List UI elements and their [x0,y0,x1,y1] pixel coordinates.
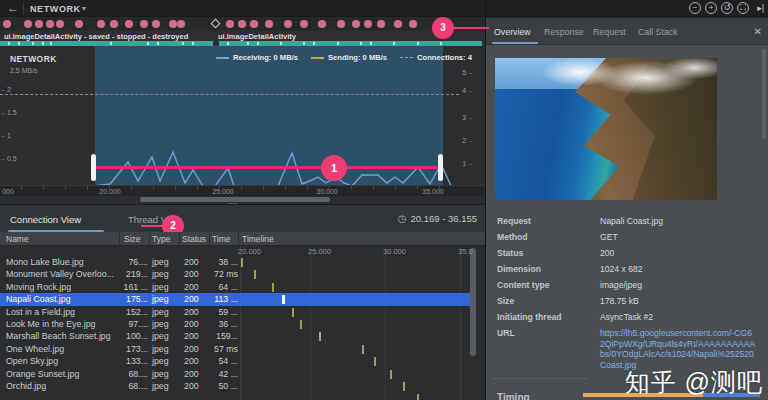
table-row[interactable] [0,392,470,400]
x-axis-tick-label: 30.000 [316,188,337,195]
touch-event-dot [46,20,54,28]
table-row[interactable]: One Wheel.jpg173...jpeg20057 ms [0,343,470,355]
field-value: 178.75 kB [600,296,756,306]
table-scrollbar-thumb[interactable] [470,248,476,356]
column-header-status[interactable]: Status [182,234,206,244]
legend-label: Connections: 4 [417,53,472,62]
cell-type: jpeg [152,282,169,292]
selection-handle-right[interactable] [438,154,443,181]
close-icon[interactable]: ✕ [754,26,762,37]
activity-event-tick [280,42,282,45]
connections-table-header: Name Size Type Status Time Timeline [0,232,485,246]
callout-line-2 [141,225,163,227]
table-row[interactable]: Orange Sunset.jpg68....jpeg20042 ... [0,368,470,380]
table-row[interactable]: Orchid.jpg68....jpeg20050 ... [0,380,470,392]
cell-size: 68.... [112,381,148,391]
y-axis-tick-label: 3– [462,114,473,121]
detail-field-row: Initiating threadAsyncTask #2 [497,312,757,323]
cell-size: 173... [112,344,148,354]
cell-status: 200 [184,319,199,329]
table-row[interactable]: Moving Rock.jpg161 ...jpeg20064 ... [0,281,470,293]
tab-connection-view[interactable]: Connection View [10,214,81,225]
column-header-name[interactable]: Name [6,234,29,244]
column-header-timeline[interactable]: Timeline [242,234,274,244]
column-header-size[interactable]: Size [124,234,141,244]
zoom-out-icon[interactable]: − [689,2,701,14]
cell-status: 200 [184,307,199,317]
timeline-axis-label: 20.000 [238,247,261,256]
tick-value: 3 [462,114,466,121]
touch-event-dot [238,20,246,28]
timeline-request-tick [319,332,321,341]
timeline-request-tick [254,270,256,279]
cell-size: 76.... [112,257,148,267]
detail-field-row: Content typeimage/jpeg [497,280,757,291]
tick-mark: – [469,160,473,167]
details-panel: RequestNapali Coast.jpgMethodGETStatus20… [486,45,768,400]
cell-size: 219... [112,269,148,279]
field-value: image/jpeg [600,280,756,290]
chevron-down-icon[interactable]: ▾ [82,4,86,13]
selection-handle-left[interactable] [91,154,96,181]
cell-time: 54 ... [204,356,238,366]
selection-range-line[interactable] [96,166,441,169]
column-header-type[interactable]: Type [152,234,170,244]
touch-event-dot [318,20,326,28]
tick-value: 5 [462,69,466,76]
timeline-request-tick [390,370,392,379]
x-axis-tick-label: 25.000 [212,188,233,195]
timeline-request-tick [374,357,376,366]
tab-call-stack[interactable]: Call Stack [638,27,678,37]
field-value-url-link[interactable]: https://lh5.googleusercontent.com/-CG62Q… [600,328,756,370]
chart-legend: Receiving: 0 MB/sSending: 0 MB/sConnecti… [216,53,472,62]
collapse-panel-icon[interactable]: ▸| [757,3,764,13]
zoom-to-fit-icon[interactable]: ⛶ [737,2,749,14]
touch-event-dot [152,20,160,28]
tab-request[interactable]: Request [593,27,626,37]
table-row[interactable]: Marshall Beach Sunset.jpg100...jpeg20015… [0,330,470,342]
panel-scrollbar-thumb[interactable] [762,49,766,139]
network-usage-chart[interactable]: NETWORK 2.5 MB/s –2–1.5–1–0.5 5–4–3–2–1–… [0,46,485,185]
table-row[interactable]: Napali Coast.jpg175...jpeg200113 ... [0,293,470,305]
activity-event-tick [110,42,112,45]
chart-scrollbar-track[interactable] [0,196,485,204]
table-row[interactable]: Mono Lake Blue.jpg76....jpeg20038 ... [0,256,470,268]
column-header-time[interactable]: Time [212,234,231,244]
top-toolbar: ← NETWORK ▾ − + ↺ ⛶ ▸| [0,0,768,17]
cell-time: 159... [204,331,238,341]
zoom-in-icon[interactable]: + [705,2,717,14]
cell-type: jpeg [152,307,169,317]
reset-zoom-icon[interactable]: ↺ [721,2,733,14]
tab-overview[interactable]: Overview [494,27,531,37]
cell-name: Moving Rock.jpg [6,282,116,292]
section-divider [492,378,588,379]
activity-event-tick [303,42,305,45]
touch-event-dot [250,20,258,28]
table-row[interactable]: Monument Valley Overloo...219...jpeg2007… [0,268,470,280]
field-value: AsyncTask #2 [600,312,756,322]
activity-event-tick [227,42,229,45]
chart-scrollbar-thumb[interactable] [140,197,330,202]
watermark: 知乎 @测吧 [625,366,763,399]
table-row[interactable]: Open Sky.jpg133...jpeg20054 ... [0,355,470,367]
back-icon[interactable]: ← [7,1,19,15]
tick-value: 4 [462,87,466,94]
tick-value: 1.5 [7,109,17,116]
cell-name: One Wheel.jpg [6,344,116,354]
touch-event-dot [364,20,372,28]
field-label: Request [497,216,597,226]
table-row[interactable]: Look Me in the Eye.jpg97....jpeg20036 ..… [0,318,470,330]
cell-type: jpeg [152,369,169,379]
activity-event-tick [440,42,442,45]
cell-name: Marshall Beach Sunset.jpg [6,331,116,341]
clock-icon: ◷ [398,213,407,224]
activity-event-tick [313,42,315,45]
cell-type: jpeg [152,356,169,366]
activity-label: ui.ImageDetailActivity [218,32,296,41]
table-row[interactable]: Lost in a Field.jpg152...jpeg20059 ... [0,306,470,318]
tab-response[interactable]: Response [544,27,584,37]
cell-status: 200 [184,381,199,391]
y-axis-tick-label: –0.5 [1,155,17,162]
connections-table: 20.00025.00030.00035.0Mono Lake Blue.jpg… [0,246,485,400]
cell-name: Look Me in the Eye.jpg [6,319,116,329]
